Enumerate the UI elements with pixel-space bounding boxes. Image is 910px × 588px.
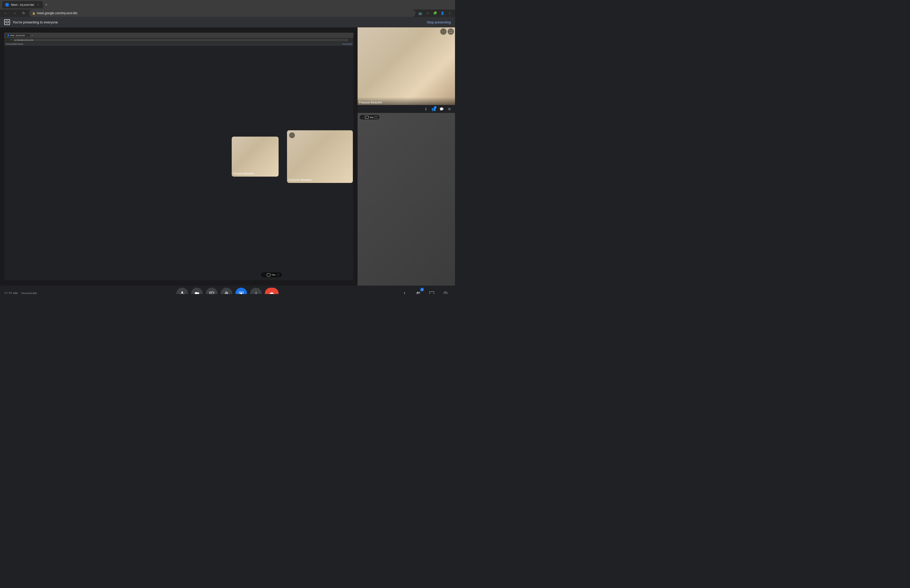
- nested-chrome-bar: Meet - tnj-esni-ikb × +: [4, 32, 353, 38]
- extensions-icon[interactable]: 🧩: [432, 10, 438, 16]
- you-video-tile: ··· You: [357, 113, 455, 286]
- you-tile-expand-icon[interactable]: [267, 273, 270, 276]
- tile-bottom-francois: François Beaufort: [357, 97, 455, 105]
- profile-icon[interactable]: 👤: [439, 10, 446, 16]
- nested-favicon: [7, 34, 9, 36]
- you-name-small: You: [370, 116, 373, 119]
- info-button[interactable]: ℹ: [399, 288, 410, 294]
- tile-right-controls: ···: [440, 28, 454, 35]
- presenting-message: You're presenting to everyone: [13, 20, 58, 24]
- more-dots: ···: [291, 134, 293, 137]
- main-content: Meet - tnj-esni-ikb × + ← → ↻ 🔒 meet.goo…: [0, 27, 455, 286]
- right-sidebar: ··· François Beaufort ℹ 👥 2 �: [357, 27, 455, 286]
- svg-rect-3: [182, 291, 183, 294]
- nested-presenting-banner: You're presenting to everyone Stop prese…: [4, 42, 353, 46]
- nested-lock: 🔒: [15, 39, 16, 41]
- toolbar-time-info: 11:22 AM | tnj-esni-ikb: [4, 292, 37, 294]
- nested-forward: →: [8, 39, 10, 41]
- you-tile-overlay: ··· You: [261, 272, 282, 277]
- francois-name-label: François Beaufort: [359, 101, 382, 104]
- meeting-time: 11:22 AM: [4, 292, 18, 294]
- sidebar-info-btn[interactable]: ℹ: [423, 107, 428, 111]
- raise-hand-button[interactable]: [221, 288, 232, 294]
- chat-button[interactable]: [427, 288, 437, 294]
- nested-url: meet.google.com/tnj-esni-ikb: [16, 39, 33, 41]
- people-count-badge: 2: [420, 288, 424, 291]
- you-tile-top-controls: ··· You: [360, 115, 380, 120]
- new-tab-button[interactable]: +: [43, 2, 49, 8]
- presenting-left: You're presenting to everyone: [4, 19, 58, 25]
- you-tile-controls-bar: ··· You: [261, 272, 282, 277]
- nested-stop-presenting: Stop presenting: [343, 43, 352, 45]
- floating-tile-large-name: François Beaufort: [289, 178, 312, 181]
- tab-title: Meet - tnj-esni-ikb: [11, 3, 34, 6]
- sidebar-people-btn[interactable]: 👥 2: [431, 107, 436, 111]
- you-tile-more-dots: ···: [263, 273, 266, 276]
- forward-button[interactable]: →: [11, 10, 18, 17]
- tile-top-controls-francois: ···: [359, 28, 454, 35]
- screen-share-area: Meet - tnj-esni-ikb × + ← → ↻ 🔒 meet.goo…: [0, 27, 357, 286]
- stop-presenting-button[interactable]: Stop presenting: [427, 20, 451, 24]
- nested-reload: ↻: [11, 39, 12, 41]
- captions-button[interactable]: [206, 288, 218, 294]
- floating-tile-more[interactable]: ···: [289, 132, 295, 138]
- you-more-dots: ···: [362, 116, 364, 119]
- present-button[interactable]: [235, 288, 247, 294]
- end-call-button[interactable]: [265, 288, 279, 294]
- nested-address-bar: 🔒 meet.google.com/tnj-esni-ikb: [13, 39, 349, 41]
- tile-more-btn-francois[interactable]: ···: [440, 28, 446, 35]
- floating-tile-large: François Beaufort ···: [287, 130, 353, 183]
- browser-actions: 📺 ☆ 🧩 👤 ⋮: [417, 10, 453, 16]
- you-tile-you-label: You: [272, 273, 275, 276]
- bookmark-icon[interactable]: ☆: [425, 10, 431, 16]
- you-expand-svg: [375, 116, 377, 119]
- nested-more: ⋮: [351, 39, 352, 41]
- back-button[interactable]: ←: [2, 10, 10, 17]
- sidebar-activities-btn[interactable]: ⚙: [447, 107, 452, 111]
- people-button-wrapper: 2: [413, 288, 423, 294]
- meeting-code: tnj-esni-ikb: [22, 292, 37, 294]
- floating-tile-medium-name: François Beaufort: [233, 172, 254, 175]
- tab-close-button[interactable]: ×: [36, 3, 40, 6]
- reload-button[interactable]: ↻: [20, 10, 27, 17]
- svg-rect-13: [240, 293, 242, 294]
- nested-nav-bar: ← → ↻ 🔒 meet.google.com/tnj-esni-ikb ⋮: [4, 38, 353, 42]
- url-text: meet.google.com/tnj-esni-ikb: [37, 11, 77, 15]
- svg-rect-6: [195, 292, 198, 294]
- three-dots-icon: [256, 292, 257, 294]
- tile-expand-btn-francois[interactable]: [448, 28, 454, 35]
- address-bar[interactable]: 🔒 meet.google.com/tnj-esni-ikb: [29, 10, 415, 17]
- nested-tab-title: Meet - tnj-esni-ikb: [10, 34, 25, 36]
- francois-face: [357, 27, 455, 105]
- menu-icon[interactable]: ⋮: [446, 10, 453, 16]
- svg-point-15: [419, 292, 420, 293]
- svg-rect-0: [6, 21, 8, 23]
- present-screen-icon: [4, 19, 10, 25]
- nested-new-tab: +: [32, 34, 33, 37]
- time-separator: |: [19, 292, 20, 294]
- people-badge: 2: [434, 106, 436, 109]
- sidebar-chat-btn[interactable]: 💬: [439, 107, 444, 111]
- toolbar-right-controls: ℹ 2: [399, 288, 451, 294]
- activities-button[interactable]: [440, 288, 451, 294]
- cast-icon[interactable]: 📺: [417, 10, 423, 16]
- tab-favicon: [5, 3, 9, 6]
- you-tile-wrapper: ··· You: [357, 113, 455, 286]
- lock-icon: 🔒: [32, 12, 35, 15]
- camera-button[interactable]: [191, 288, 203, 294]
- nested-tab: Meet - tnj-esni-ikb ×: [5, 34, 30, 37]
- mic-button[interactable]: [176, 288, 188, 294]
- browser-chrome: Meet - tnj-esni-ikb × +: [0, 0, 455, 10]
- browser-nav-bar: ← → ↻ 🔒 meet.google.com/tnj-esni-ikb 📺 ☆…: [0, 10, 455, 17]
- nested-back: ←: [5, 39, 7, 41]
- floating-tile-medium: François Beaufort: [232, 137, 279, 177]
- browser-tab-meet[interactable]: Meet - tnj-esni-ikb ×: [2, 1, 43, 8]
- presenting-banner: You're presenting to everyone Stop prese…: [0, 17, 455, 27]
- you-tile-fullscreen-icon[interactable]: [276, 273, 280, 276]
- nested-banner-text: You're presenting to everyone: [6, 43, 23, 45]
- nested-tab-close: ×: [27, 34, 27, 36]
- you-screen-icon: [365, 116, 369, 119]
- more-options-button[interactable]: [250, 288, 262, 294]
- you-video-feed: [357, 113, 455, 286]
- browser-tabs: Meet - tnj-esni-ikb × +: [2, 1, 453, 8]
